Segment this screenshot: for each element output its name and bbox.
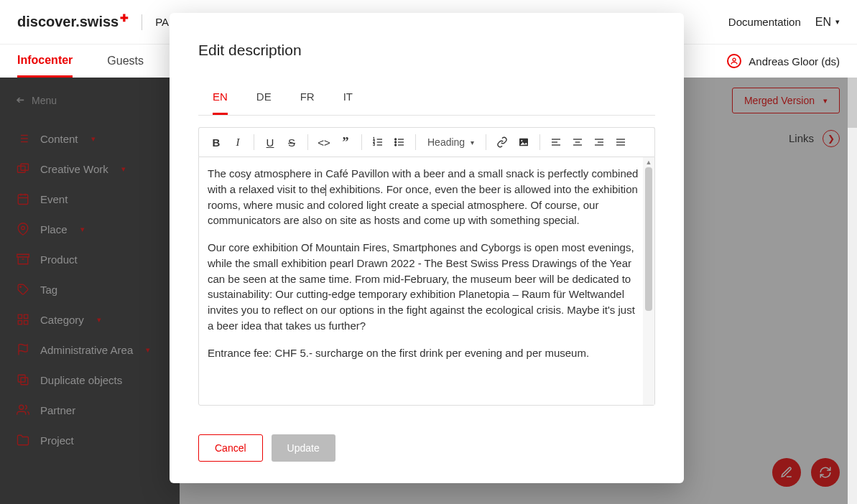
italic-button[interactable]: I <box>228 132 248 152</box>
strikethrough-button[interactable]: S <box>282 132 302 152</box>
editor-scroll-thumb[interactable] <box>645 167 652 311</box>
lang-tab-fr[interactable]: FR <box>300 80 315 115</box>
svg-point-35 <box>395 144 397 146</box>
ordered-list-button[interactable]: 123 <box>368 132 388 152</box>
brand-name: discover.swiss <box>17 14 119 30</box>
align-center-button[interactable] <box>568 132 588 152</box>
unordered-list-button[interactable] <box>389 132 409 152</box>
edit-description-modal: Edit description EN DE FR IT B I U S <> … <box>170 13 684 483</box>
editor-paragraph: The cosy atmosphere in Café Pavillon wit… <box>208 166 641 228</box>
bold-button[interactable]: B <box>206 132 226 152</box>
image-button[interactable] <box>514 132 534 152</box>
scroll-up-icon[interactable]: ▲ <box>643 159 654 166</box>
editor-paragraph: Our core exhibition Of Mountain Fires, S… <box>208 240 641 334</box>
chevron-down-icon: ▾ <box>471 139 474 146</box>
editor-paragraph: Entrance fee: CHF 5.- surcharge on the f… <box>208 345 641 361</box>
svg-point-34 <box>395 141 397 143</box>
toolbar-separator <box>254 134 254 150</box>
language-tabs: EN DE FR IT <box>198 80 655 116</box>
brand-logo[interactable]: discover.swiss ✚ <box>17 14 129 30</box>
user-avatar-icon[interactable] <box>727 54 741 68</box>
heading-label: Heading <box>427 136 465 148</box>
description-editor[interactable]: The cosy atmosphere in Café Pavillon wit… <box>198 157 655 406</box>
toolbar-separator <box>486 134 486 150</box>
align-justify-button[interactable] <box>611 132 631 152</box>
svg-point-37 <box>521 140 522 141</box>
editor-toolbar: B I U S <> ” 123 Heading ▾ <box>198 127 655 157</box>
modal-title: Edit description <box>198 42 655 59</box>
svg-text:3: 3 <box>373 143 375 146</box>
language-selector[interactable]: EN ▾ <box>815 16 840 29</box>
page-scrollbar[interactable] <box>848 78 857 504</box>
toolbar-separator <box>307 134 308 150</box>
lang-tab-it[interactable]: IT <box>343 80 353 115</box>
documentation-link[interactable]: Documentation <box>728 16 801 28</box>
divider <box>142 14 142 30</box>
toolbar-separator <box>539 134 540 150</box>
lang-tab-en[interactable]: EN <box>213 80 228 115</box>
toolbar-separator <box>361 134 362 150</box>
svg-point-0 <box>733 58 736 61</box>
brand-plus-icon: ✚ <box>120 12 129 24</box>
link-button[interactable] <box>492 132 512 152</box>
toolbar-separator <box>415 134 416 150</box>
scrollbar-thumb[interactable] <box>848 78 857 128</box>
language-label: EN <box>815 16 831 29</box>
modal-footer: Cancel Update <box>170 420 684 483</box>
chevron-down-icon: ▾ <box>835 17 840 27</box>
partner-label: PA <box>155 16 169 28</box>
code-button[interactable]: <> <box>314 132 334 152</box>
nav-tab-guests[interactable]: Guests <box>107 46 144 76</box>
quote-button[interactable]: ” <box>335 132 356 152</box>
nav-tab-infocenter[interactable]: Infocenter <box>17 45 73 78</box>
align-left-button[interactable] <box>546 132 566 152</box>
update-button[interactable]: Update <box>272 434 335 462</box>
svg-point-33 <box>395 139 397 140</box>
user-name[interactable]: Andreas Gloor (ds) <box>749 55 840 67</box>
editor-scrollbar[interactable]: ▲ <box>643 157 654 405</box>
heading-dropdown[interactable]: Heading ▾ <box>422 136 480 148</box>
align-right-button[interactable] <box>589 132 609 152</box>
cancel-button[interactable]: Cancel <box>198 434 263 462</box>
lang-tab-de[interactable]: DE <box>256 80 272 115</box>
underline-button[interactable]: U <box>260 132 280 152</box>
